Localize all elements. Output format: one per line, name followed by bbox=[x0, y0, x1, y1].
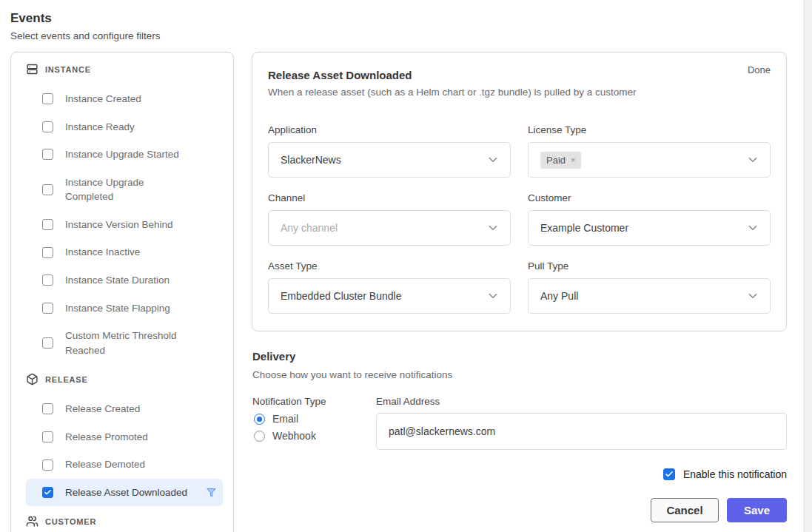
customer-label: Customer bbox=[528, 192, 771, 203]
field-asset-type: Asset Type Embedded Cluster Bundle bbox=[268, 246, 511, 314]
notification-type-label: Notification Type bbox=[252, 396, 326, 407]
remove-tag-icon[interactable]: × bbox=[571, 155, 575, 164]
section-instance: INSTANCE bbox=[26, 63, 223, 75]
checkbox-unchecked[interactable] bbox=[42, 149, 53, 160]
notification-type-group: Email Webhook bbox=[254, 413, 316, 442]
field-pull-type: Pull Type Any Pull bbox=[528, 246, 771, 314]
radio-email[interactable]: Email bbox=[254, 413, 316, 425]
checkbox-unchecked[interactable] bbox=[42, 121, 53, 132]
asset-type-select[interactable]: Embedded Cluster Bundle bbox=[268, 278, 511, 314]
event-item-release-promoted[interactable]: Release Promoted bbox=[26, 423, 223, 451]
radio-unselected-icon[interactable] bbox=[254, 431, 265, 442]
section-customer: CUSTOMER bbox=[26, 515, 223, 528]
event-item-instance-upgrade-completed[interactable]: Instance Upgrade Completed bbox=[26, 169, 223, 211]
enable-notification-row[interactable]: Enable this notification bbox=[252, 468, 787, 480]
event-item-instance-state-flapping[interactable]: Instance State Flapping bbox=[26, 294, 223, 323]
email-address-input[interactable] bbox=[376, 413, 787, 450]
event-item-instance-upgrade-started[interactable]: Instance Upgrade Started bbox=[26, 141, 223, 169]
delivery-subtitle: Choose how you want to receive notificat… bbox=[252, 369, 452, 380]
package-icon bbox=[26, 373, 38, 385]
event-item-instance-ready[interactable]: Instance Ready bbox=[26, 113, 223, 141]
enable-notification-label: Enable this notification bbox=[683, 468, 787, 480]
chevron-down-icon bbox=[746, 221, 759, 235]
done-button[interactable]: Done bbox=[748, 64, 771, 75]
filter-funnel-icon[interactable] bbox=[206, 487, 217, 498]
event-item-instance-inactive[interactable]: Instance Inactive bbox=[26, 238, 223, 266]
event-item-release-created[interactable]: Release Created bbox=[26, 395, 223, 423]
chevron-down-icon bbox=[746, 153, 759, 166]
event-item-release-asset-downloaded[interactable]: Release Asset Downloaded bbox=[26, 479, 223, 507]
checkbox-unchecked[interactable] bbox=[42, 247, 53, 258]
action-buttons: Cancel Save bbox=[252, 498, 787, 522]
filter-card-title: Release Asset Downloaded bbox=[268, 69, 412, 81]
section-label: INSTANCE bbox=[45, 65, 91, 74]
license-tag-paid: Paid × bbox=[540, 152, 581, 169]
checkbox-unchecked[interactable] bbox=[42, 275, 53, 286]
page-title: Events bbox=[10, 11, 52, 26]
event-list-panel: INSTANCE Instance Created Instance Ready… bbox=[10, 52, 234, 532]
field-channel: Channel Any channel bbox=[268, 178, 511, 246]
field-license-type: License Type Paid × bbox=[528, 110, 771, 178]
pull-type-select[interactable]: Any Pull bbox=[528, 278, 771, 314]
chevron-down-icon bbox=[746, 289, 759, 303]
checkbox-unchecked[interactable] bbox=[42, 337, 53, 349]
save-button[interactable]: Save bbox=[727, 498, 787, 522]
section-label: RELEASE bbox=[45, 375, 88, 384]
checkbox-unchecked[interactable] bbox=[42, 219, 53, 230]
vertical-scrollbar[interactable] bbox=[804, 0, 812, 532]
checkbox-unchecked[interactable] bbox=[42, 184, 53, 195]
event-item-custom-metric-threshold[interactable]: Custom Metric Threshold Reached bbox=[26, 322, 223, 364]
channel-select[interactable]: Any channel bbox=[268, 210, 511, 246]
field-application: Application SlackerNews bbox=[268, 110, 511, 178]
event-item-instance-version-behind[interactable]: Instance Version Behind bbox=[26, 211, 223, 239]
channel-label: Channel bbox=[268, 192, 511, 203]
license-type-label: License Type bbox=[528, 124, 771, 135]
event-item-release-demoted[interactable]: Release Demoted bbox=[26, 451, 223, 479]
event-item-instance-state-duration[interactable]: Instance State Duration bbox=[26, 266, 223, 294]
email-address-label: Email Address bbox=[376, 396, 440, 407]
radio-webhook[interactable]: Webhook bbox=[254, 430, 316, 442]
chevron-down-icon bbox=[486, 153, 500, 166]
customer-select[interactable]: Example Customer bbox=[528, 210, 771, 246]
checkbox-unchecked[interactable] bbox=[42, 93, 53, 104]
checkbox-unchecked[interactable] bbox=[42, 459, 53, 471]
events-page: Events Select events and configure filte… bbox=[0, 0, 812, 532]
section-release: RELEASE bbox=[26, 373, 223, 385]
enable-checkbox-checked[interactable] bbox=[663, 468, 675, 480]
page-subtitle: Select events and configure filters bbox=[10, 30, 161, 41]
pull-type-label: Pull Type bbox=[528, 260, 771, 272]
cancel-button[interactable]: Cancel bbox=[651, 498, 719, 522]
filter-card-description: When a release asset (such as a Helm cha… bbox=[268, 87, 771, 98]
asset-type-label: Asset Type bbox=[268, 260, 511, 272]
users-icon bbox=[26, 515, 38, 528]
server-stack-icon bbox=[26, 63, 38, 75]
checkbox-unchecked[interactable] bbox=[42, 431, 53, 442]
application-label: Application bbox=[268, 124, 511, 135]
chevron-down-icon bbox=[486, 289, 500, 303]
delivery-title: Delivery bbox=[252, 350, 295, 363]
event-item-instance-created[interactable]: Instance Created bbox=[26, 85, 223, 113]
chevron-down-icon bbox=[486, 221, 500, 235]
checkbox-unchecked[interactable] bbox=[42, 303, 53, 314]
checkbox-checked[interactable] bbox=[42, 487, 53, 498]
application-select[interactable]: SlackerNews bbox=[268, 142, 511, 178]
checkbox-unchecked[interactable] bbox=[42, 403, 53, 414]
license-type-select[interactable]: Paid × bbox=[528, 142, 771, 178]
radio-selected-icon[interactable] bbox=[254, 414, 265, 425]
field-customer: Customer Example Customer bbox=[528, 178, 771, 246]
event-filter-card: Release Asset Downloaded Done When a rel… bbox=[252, 52, 787, 331]
section-label: CUSTOMER bbox=[45, 517, 96, 526]
